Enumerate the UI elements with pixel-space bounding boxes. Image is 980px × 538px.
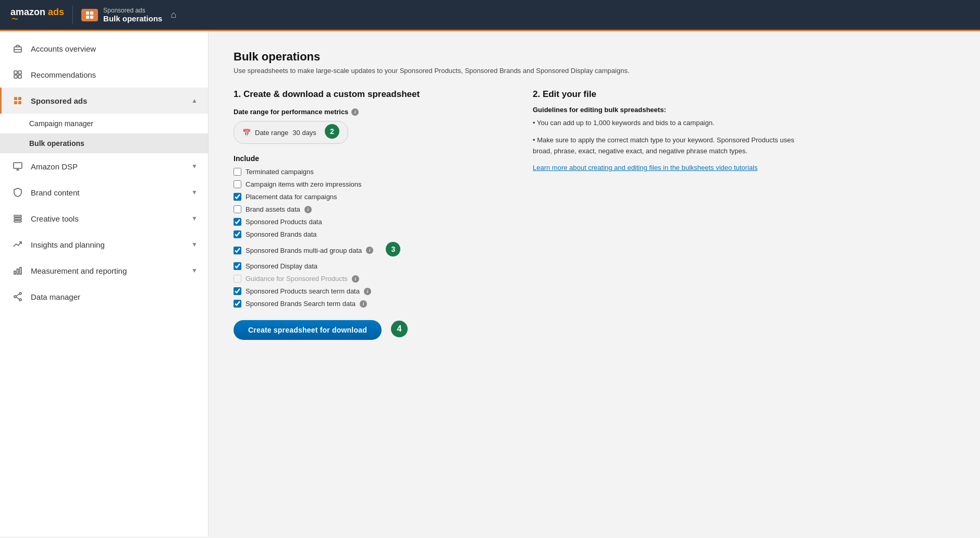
brand-assets-checkbox[interactable] xyxy=(234,205,241,213)
checkbox-guidance-sponsored[interactable]: Guidance for Sponsored Products i xyxy=(234,275,508,283)
sidebar-item-brand-content[interactable]: Brand content ▼ xyxy=(0,179,208,205)
svg-rect-0 xyxy=(86,11,89,15)
checkbox-sponsored-display[interactable]: Sponsored Display data xyxy=(234,262,508,270)
date-range-button[interactable]: 📅 Date range 30 days 2 xyxy=(234,121,348,144)
svg-rect-17 xyxy=(14,215,21,217)
monitor-icon xyxy=(12,161,23,172)
sponsored-brands-multi-info-icon[interactable]: i xyxy=(366,247,373,254)
checkbox-sponsored-brands-multi[interactable]: Sponsored Brands multi-ad group data i 3 xyxy=(234,243,508,258)
checkbox-list: Terminated campaigns Campaign items with… xyxy=(234,168,508,308)
checkbox-search-term-products[interactable]: Sponsored Products search term data i xyxy=(234,287,508,295)
terminated-checkbox[interactable] xyxy=(234,168,241,176)
guidance-sponsored-checkbox xyxy=(234,275,241,283)
sidebar-subitem-campaign-manager[interactable]: Campaign manager xyxy=(0,114,208,133)
bar-chart-icon xyxy=(12,265,23,276)
sidebar-item-data-manager[interactable]: Data manager xyxy=(0,284,208,310)
checkbox-sponsored-products[interactable]: Sponsored Products data xyxy=(234,218,508,226)
top-nav: amazon ads 〜 Sponsored ads Bulk operatio… xyxy=(0,0,980,31)
two-column-layout: 1. Create & download a custom spreadshee… xyxy=(234,89,807,340)
svg-rect-19 xyxy=(14,221,21,222)
svg-rect-18 xyxy=(14,218,21,219)
checkbox-terminated[interactable]: Terminated campaigns xyxy=(234,168,508,176)
search-term-brands-info-icon[interactable]: i xyxy=(360,300,367,308)
svg-rect-9 xyxy=(18,75,21,78)
orange-box-icon xyxy=(85,11,94,19)
date-range-label: Date range for performance metrics i xyxy=(234,108,508,116)
sidebar-item-measurement-reporting[interactable]: Measurement and reporting ▼ xyxy=(0,258,208,284)
svg-rect-7 xyxy=(18,71,21,74)
left-column: 1. Create & download a custom spreadshee… xyxy=(234,89,508,340)
breadcrumb: Sponsored ads Bulk operations xyxy=(103,7,162,23)
guidelines-bullet2: • Make sure to apply the correct match t… xyxy=(533,135,807,157)
svg-rect-1 xyxy=(90,11,93,15)
right-column: 2. Edit your file Guidelines for editing… xyxy=(533,89,807,340)
search-term-products-checkbox[interactable] xyxy=(234,287,241,295)
grid-icon xyxy=(12,69,23,80)
include-label: Include xyxy=(234,154,508,163)
breadcrumb-sub: Sponsored ads xyxy=(103,7,162,14)
svg-line-27 xyxy=(16,297,19,299)
date-range-info-icon[interactable]: i xyxy=(351,108,359,116)
section2-title: 2. Edit your file xyxy=(533,89,807,100)
svg-rect-13 xyxy=(18,101,21,104)
checkbox-sponsored-brands[interactable]: Sponsored Brands data xyxy=(234,230,508,238)
step3-badge: 3 xyxy=(386,242,400,256)
svg-line-26 xyxy=(16,294,19,296)
nav-product-icon xyxy=(81,9,98,21)
campaign-manager-label: Campaign manager xyxy=(29,119,93,128)
svg-point-23 xyxy=(19,292,21,295)
breadcrumb-main: Bulk operations xyxy=(103,14,162,23)
sidebar-item-amazon-dsp[interactable]: Amazon DSP ▼ xyxy=(0,153,208,179)
date-range-btn-text: Date range xyxy=(255,129,288,137)
app-layout: Accounts overview Recommendations xyxy=(0,31,980,536)
chevron-up-icon: ▲ xyxy=(191,97,198,104)
svg-rect-10 xyxy=(14,97,17,100)
svg-point-25 xyxy=(19,299,21,301)
guidance-info-icon[interactable]: i xyxy=(352,275,359,283)
checkbox-search-term-brands[interactable]: Sponsored Brands Search term data i xyxy=(234,300,508,308)
svg-rect-3 xyxy=(90,16,93,19)
create-spreadsheet-button[interactable]: Create spreadsheet for download xyxy=(234,320,382,340)
page-description: Use spreadsheets to make large-scale upd… xyxy=(234,67,703,75)
search-term-products-info-icon[interactable]: i xyxy=(364,288,371,295)
placement-data-checkbox[interactable] xyxy=(234,193,241,201)
svg-rect-20 xyxy=(14,271,16,274)
sidebar-label-insights: Insights and planning xyxy=(31,240,184,249)
checkbox-zero-impressions[interactable]: Campaign items with zero impressions xyxy=(234,180,508,188)
sponsored-ads-icon xyxy=(12,95,23,106)
home-icon[interactable]: ⌂ xyxy=(170,9,176,20)
sponsored-brands-checkbox[interactable] xyxy=(234,230,241,238)
chevron-down-creative-icon: ▼ xyxy=(191,215,198,222)
sidebar-label-measurement: Measurement and reporting xyxy=(31,266,184,275)
sidebar-label-data-manager: Data manager xyxy=(31,292,198,301)
search-term-brands-checkbox[interactable] xyxy=(234,300,241,308)
sponsored-display-checkbox[interactable] xyxy=(234,262,241,270)
guidelines-bullet1: • You can add up to 1,000 keywords and b… xyxy=(533,118,807,129)
learn-more-link[interactable]: Learn more about creating and editing fi… xyxy=(533,164,757,172)
sponsored-products-checkbox[interactable] xyxy=(234,218,241,226)
sponsored-brands-multi-checkbox[interactable] xyxy=(234,247,241,254)
page-title: Bulk operations xyxy=(234,50,955,64)
sidebar-item-recommendations[interactable]: Recommendations xyxy=(0,62,208,88)
zero-impressions-checkbox[interactable] xyxy=(234,180,241,188)
brand-assets-info-icon[interactable]: i xyxy=(304,206,312,213)
svg-rect-21 xyxy=(17,269,19,274)
bulk-operations-label: Bulk operations xyxy=(29,139,84,148)
checkbox-brand-assets[interactable]: Brand assets data i xyxy=(234,205,508,213)
chevron-down-dsp-icon: ▼ xyxy=(191,163,198,170)
sidebar-item-sponsored-ads[interactable]: Sponsored ads ▲ xyxy=(0,88,208,114)
svg-rect-8 xyxy=(14,75,17,78)
logo: amazon ads 〜 xyxy=(10,7,64,22)
share-icon xyxy=(12,291,23,302)
sidebar-label-recommendations: Recommendations xyxy=(31,70,198,79)
sidebar-item-accounts-overview[interactable]: Accounts overview xyxy=(0,35,208,62)
sidebar-label-accounts: Accounts overview xyxy=(31,44,198,53)
checkbox-placement-data[interactable]: Placement data for campaigns xyxy=(234,193,508,201)
amazon-ads-logo: amazon ads 〜 xyxy=(10,7,64,22)
sidebar-item-insights-planning[interactable]: Insights and planning ▼ xyxy=(0,231,208,258)
sidebar-subitem-bulk-operations[interactable]: Bulk operations xyxy=(0,133,208,153)
nav-divider xyxy=(72,6,73,25)
sidebar-item-creative-tools[interactable]: Creative tools ▼ xyxy=(0,205,208,231)
svg-rect-14 xyxy=(14,163,22,168)
svg-rect-22 xyxy=(20,267,21,274)
